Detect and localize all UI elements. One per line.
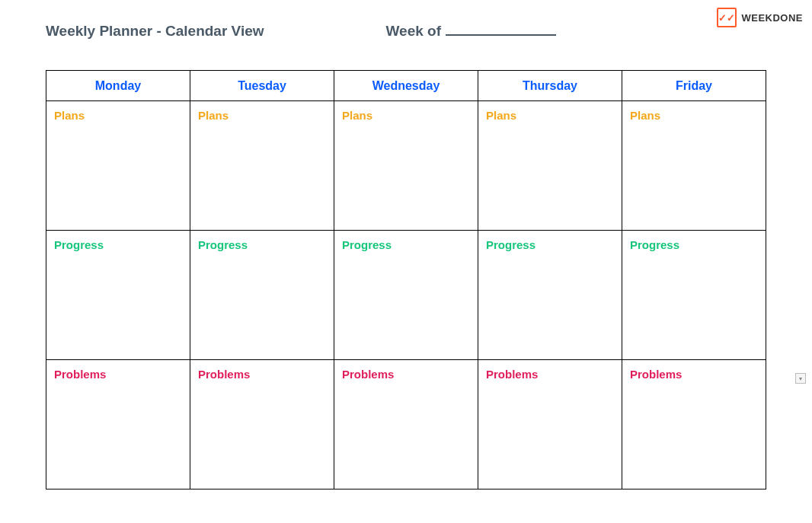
progress-cell[interactable]: Progress — [478, 231, 622, 360]
problems-cell[interactable]: Problems — [478, 360, 622, 490]
week-of-label: Week of — [386, 23, 442, 40]
week-of-field: Week of — [386, 23, 557, 40]
document-header: Weekly Planner - Calendar View Week of — [0, 0, 812, 55]
progress-cell[interactable]: Progress — [46, 231, 190, 360]
week-of-blank[interactable] — [446, 34, 556, 36]
problems-cell[interactable]: Problems — [190, 360, 334, 490]
day-header-monday: Monday — [46, 71, 190, 101]
brand-logo: ✓✓ WEEKDONE — [717, 8, 803, 27]
progress-cell[interactable]: Progress — [190, 231, 334, 360]
page-title: Weekly Planner - Calendar View — [46, 23, 264, 40]
brand-name: WEEKDONE — [741, 12, 803, 24]
progress-cell[interactable]: Progress — [334, 231, 478, 360]
plans-cell[interactable]: Plans — [478, 101, 622, 231]
day-header-wednesday: Wednesday — [334, 71, 478, 101]
plans-cell[interactable]: Plans — [46, 101, 190, 231]
logo-mark: ✓✓ — [717, 8, 737, 27]
planner-table: Monday Tuesday Wednesday Thursday Friday… — [46, 70, 766, 490]
day-header-tuesday: Tuesday — [190, 71, 334, 101]
plans-cell[interactable]: Plans — [622, 101, 766, 231]
progress-row: Progress Progress Progress Progress Prog… — [46, 231, 766, 360]
problems-cell[interactable]: Problems — [46, 360, 190, 490]
checkmarks-icon: ✓✓ — [718, 13, 735, 23]
day-header-friday: Friday — [622, 71, 766, 101]
problems-cell[interactable]: Problems — [622, 360, 766, 490]
plans-cell[interactable]: Plans — [334, 101, 478, 231]
day-header-row: Monday Tuesday Wednesday Thursday Friday — [46, 71, 766, 101]
plans-cell[interactable]: Plans — [190, 101, 334, 231]
day-header-thursday: Thursday — [478, 71, 622, 101]
progress-cell[interactable]: Progress — [622, 231, 766, 360]
problems-cell[interactable]: Problems — [334, 360, 478, 490]
problems-row: Problems Problems Problems Problems Prob… — [46, 360, 766, 490]
plans-row: Plans Plans Plans Plans Plans — [46, 101, 766, 231]
popout-icon[interactable]: ▾ — [795, 373, 806, 384]
